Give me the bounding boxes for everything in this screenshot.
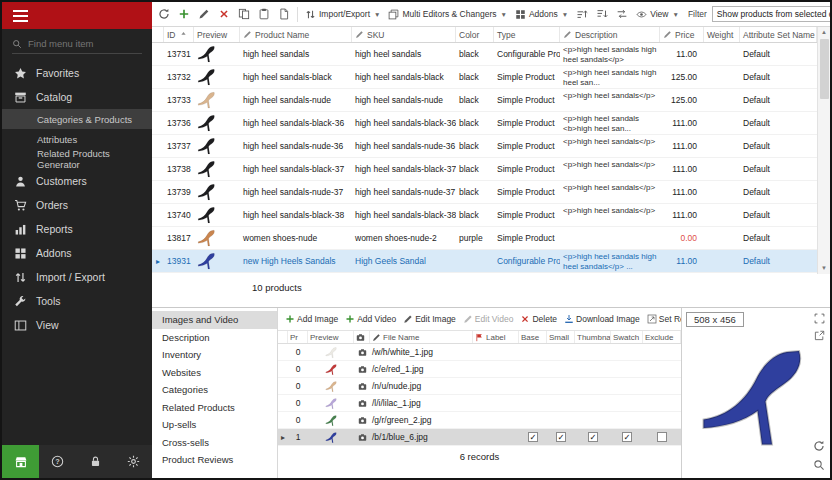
tab-product-reviews[interactable]: Product Reviews: [152, 451, 277, 469]
image-column-header-swatch[interactable]: Swatch: [611, 331, 643, 343]
image-column-header-preview[interactable]: Preview: [308, 331, 354, 343]
tab-description[interactable]: Description: [152, 329, 277, 347]
record-count: 6 records: [460, 451, 500, 462]
toolbar-refresh-button[interactable]: [155, 6, 173, 22]
tab-related-products[interactable]: Related Products: [152, 399, 277, 417]
sidebar-item-tools[interactable]: Tools: [2, 289, 152, 313]
view-menu[interactable]: View ▼: [633, 7, 682, 22]
image-column-header-pr[interactable]: Pr: [288, 331, 308, 343]
sidebar-item-import-export[interactable]: Import / Export: [2, 265, 152, 289]
set-resize-rule-button[interactable]: Set Resize Rule: [645, 312, 681, 326]
product-row-13731[interactable]: 13731high heel sandalshigh heel sandalsb…: [152, 43, 817, 66]
image-row-6[interactable]: ▸1/b/1/blue_6.jpg: [278, 429, 681, 446]
sidebar-item-reports[interactable]: Reports: [2, 217, 152, 241]
add-image-button[interactable]: Add Image: [283, 312, 340, 326]
refresh-preview-button[interactable]: [813, 440, 825, 452]
sidebar-item-catalog[interactable]: Catalog: [2, 85, 152, 109]
product-row-13736[interactable]: 13736high heel sandals-black-36high heel…: [152, 112, 817, 135]
open-external-button[interactable]: [814, 330, 825, 341]
vertical-scrollbar[interactable]: ▲ ▼: [817, 27, 830, 274]
sidebar-item-addons[interactable]: Addons: [2, 241, 152, 265]
fullscreen-button[interactable]: [814, 313, 825, 324]
tab-websites[interactable]: Websites: [152, 364, 277, 382]
column-header-product-name[interactable]: Product Name: [240, 27, 352, 42]
menu-toggle-button[interactable]: [13, 10, 28, 22]
base-checkbox[interactable]: [528, 432, 538, 442]
filter-select[interactable]: Show products from selected categories ▼: [712, 6, 830, 22]
add-video-button[interactable]: Add Video: [343, 312, 398, 326]
lock-button[interactable]: [77, 455, 115, 468]
toolbar-paste-button[interactable]: [255, 6, 273, 22]
toolbar-swap-button[interactable]: [613, 6, 631, 22]
zoom-button[interactable]: [813, 459, 825, 471]
sidebar-item-attributes[interactable]: Attributes: [2, 129, 152, 149]
sidebar-item-view[interactable]: View: [2, 313, 152, 337]
image-row-4[interactable]: 0/l/i/lilac_1.jpg: [278, 395, 681, 412]
column-header-description[interactable]: Description: [560, 27, 660, 42]
toolbar-preview-document-button[interactable]: [275, 6, 293, 22]
tab-up-sells[interactable]: Up-sells: [152, 416, 277, 434]
sidebar-item-favorites[interactable]: Favorites: [2, 61, 152, 85]
edit-image-button[interactable]: Edit Image: [401, 312, 458, 326]
product-row-13737[interactable]: 13737high heel sandals-nude-36high heel …: [152, 135, 817, 158]
swatch-checkbox[interactable]: [622, 432, 632, 442]
product-row-13732[interactable]: 13732high heel sandals-blackhigh heel sa…: [152, 66, 817, 89]
image-column-header-exclude[interactable]: Exclude: [643, 331, 681, 343]
cell-type: Simple Product: [494, 227, 560, 249]
image-column-header-label[interactable]: Label: [473, 331, 519, 343]
tab-inventory[interactable]: Inventory: [152, 346, 277, 364]
column-header-color[interactable]: Color: [456, 27, 494, 42]
multi-editors-menu[interactable]: Multi Editors & Changers ▼: [385, 7, 509, 22]
product-row-13931[interactable]: ▸13931new High Heels SandalsHigh Geels S…: [152, 250, 817, 273]
delete-image-button[interactable]: Delete: [518, 312, 559, 326]
image-column-header-file-name[interactable]: File Name: [370, 331, 473, 343]
image-column-header-camera-icon[interactable]: [354, 331, 370, 343]
toolbar-sort-descending-button[interactable]: [593, 6, 611, 22]
toolbar-edit-button[interactable]: [195, 6, 213, 22]
tab-images-and-video[interactable]: Images and Video: [152, 311, 277, 329]
exclude-checkbox[interactable]: [657, 432, 667, 442]
product-row-13738[interactable]: 13738high heel sandals-black-37high heel…: [152, 158, 817, 181]
column-header-attribute-set-name[interactable]: Attribute Set Name: [740, 27, 817, 42]
image-grid-status: 6 records: [278, 446, 681, 478]
column-header-id[interactable]: ID: [164, 27, 194, 42]
column-header-weight[interactable]: Weight: [704, 27, 740, 42]
scrollbar-thumb[interactable]: [820, 39, 829, 99]
column-header-sku[interactable]: SKU: [352, 27, 456, 42]
toolbar-sort-ascending-button[interactable]: [573, 6, 591, 22]
help-button[interactable]: ?: [39, 455, 77, 468]
product-row-13733[interactable]: 13733high heel sandals-nudehigh heel san…: [152, 89, 817, 112]
sidebar-item-customers[interactable]: Customers: [2, 169, 152, 193]
small-checkbox[interactable]: [556, 432, 566, 442]
image-column-header-base[interactable]: Base: [519, 331, 547, 343]
column-header-type[interactable]: Type: [494, 27, 560, 42]
tab-categories[interactable]: Categories: [152, 381, 277, 399]
product-row-13740[interactable]: 13740high heel sandals-black-38high heel…: [152, 204, 817, 227]
image-column-header-thumbna[interactable]: Thumbna: [575, 331, 611, 343]
toolbar-add-button[interactable]: [175, 6, 193, 22]
toolbar-delete-button[interactable]: [215, 6, 233, 22]
download-image-button[interactable]: Download Image: [562, 312, 642, 326]
import-export-menu[interactable]: Import/Export ▼: [302, 7, 383, 22]
store-button[interactable]: [2, 445, 39, 478]
toolbar-copy-button[interactable]: [235, 6, 253, 22]
product-row-13817[interactable]: 13817women shoes-nudewomen shoes-nude-2p…: [152, 227, 817, 250]
scroll-down-button[interactable]: ▼: [821, 264, 827, 273]
sidebar-item-categories-products[interactable]: Categories & Products: [2, 109, 152, 129]
settings-button[interactable]: [114, 455, 152, 468]
image-row-3[interactable]: 0/n/u/nude.jpg: [278, 378, 681, 395]
product-row-13739[interactable]: 13739high heel sandals-nude-37high heel …: [152, 181, 817, 204]
column-header-price[interactable]: Price: [660, 27, 704, 42]
tab-cross-sells[interactable]: Cross-sells: [152, 434, 277, 452]
sidebar-item-orders[interactable]: Orders: [2, 193, 152, 217]
column-header-preview[interactable]: Preview: [194, 27, 240, 42]
image-column-header-small[interactable]: Small: [547, 331, 575, 343]
addons-menu[interactable]: Addons ▼: [512, 7, 571, 22]
scroll-up-button[interactable]: ▲: [821, 28, 827, 37]
thumbnail-checkbox[interactable]: [588, 432, 598, 442]
image-row-2[interactable]: 0/c/e/red_1.jpg: [278, 361, 681, 378]
sidebar-item-related-products-generator[interactable]: Related Products Generator: [2, 149, 152, 169]
menu-search-input[interactable]: [28, 38, 142, 49]
image-row-1[interactable]: 0/w/h/white_1.jpg: [278, 344, 681, 361]
image-row-5[interactable]: 0/g/r/green_2.jpg: [278, 412, 681, 429]
